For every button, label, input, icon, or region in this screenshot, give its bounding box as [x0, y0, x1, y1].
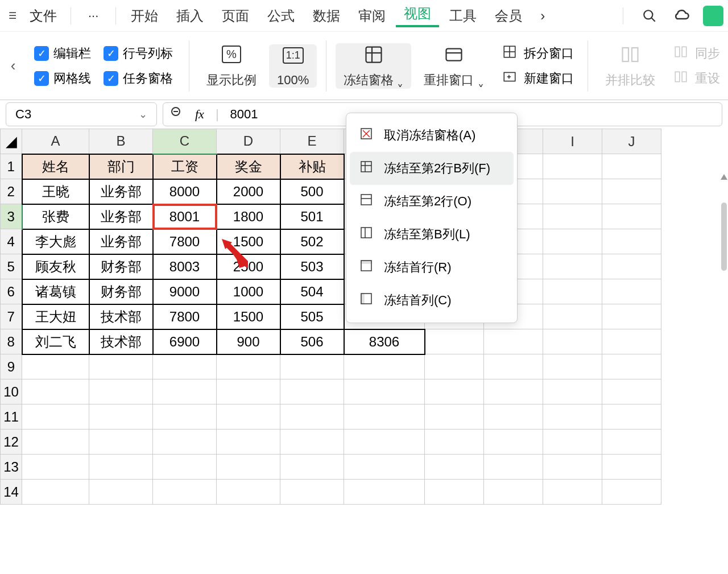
- cell[interactable]: [602, 179, 661, 204]
- cell[interactable]: 505: [280, 304, 344, 329]
- cell[interactable]: 姓名: [22, 154, 89, 179]
- cell[interactable]: [543, 455, 602, 480]
- cell[interactable]: [484, 455, 543, 480]
- cell[interactable]: 王大妞: [22, 304, 89, 329]
- cell[interactable]: 503: [280, 254, 344, 279]
- col-header[interactable]: B: [89, 129, 153, 154]
- cell[interactable]: [280, 379, 344, 404]
- cell[interactable]: 1800: [217, 204, 280, 229]
- cell[interactable]: [22, 354, 89, 379]
- tab-start[interactable]: 开始: [123, 7, 166, 25]
- cell[interactable]: 900: [217, 329, 280, 354]
- cell[interactable]: [217, 354, 280, 379]
- cell[interactable]: [484, 404, 543, 430]
- cell[interactable]: [484, 354, 543, 379]
- cell[interactable]: 501: [280, 204, 344, 229]
- cell[interactable]: 财务部: [89, 279, 153, 304]
- cell[interactable]: 工资: [153, 154, 217, 179]
- tab-member[interactable]: 会员: [487, 7, 530, 25]
- scroll-up-icon[interactable]: [721, 174, 727, 180]
- cell[interactable]: [217, 455, 280, 480]
- cell[interactable]: [543, 154, 602, 179]
- cell[interactable]: 顾友秋: [22, 254, 89, 279]
- cell[interactable]: [22, 480, 89, 505]
- row-header[interactable]: 10: [1, 379, 22, 404]
- cell[interactable]: [344, 379, 425, 404]
- cell[interactable]: [543, 329, 602, 354]
- cell[interactable]: [344, 455, 425, 480]
- cell[interactable]: [153, 480, 217, 505]
- new-window-button[interactable]: 新建窗口: [501, 69, 574, 88]
- cell[interactable]: 500: [280, 179, 344, 204]
- cell[interactable]: [344, 430, 425, 455]
- cell[interactable]: [280, 430, 344, 455]
- col-header[interactable]: D: [217, 129, 280, 154]
- cell[interactable]: [543, 204, 602, 229]
- row-header[interactable]: 12: [1, 430, 22, 455]
- cell[interactable]: 6900: [153, 329, 217, 354]
- menu-freeze-first-row[interactable]: 冻结首行(R): [350, 251, 514, 284]
- check-gridlines[interactable]: ✓网格线: [34, 70, 91, 87]
- cell[interactable]: 8003: [153, 254, 217, 279]
- rearrange-window-button[interactable]: 重排窗口 ˬ: [416, 43, 491, 89]
- cell[interactable]: 补贴: [280, 154, 344, 179]
- tab-tools[interactable]: 工具: [441, 7, 485, 25]
- col-header[interactable]: A: [22, 129, 89, 154]
- cell[interactable]: [425, 455, 484, 480]
- hamburger-icon[interactable]: ☰: [5, 8, 20, 24]
- cell[interactable]: 9000: [153, 279, 217, 304]
- cell[interactable]: [602, 455, 661, 480]
- scroll-thumb[interactable]: [721, 203, 727, 271]
- cell[interactable]: [602, 254, 661, 279]
- fx-icon[interactable]: fx: [195, 107, 204, 122]
- selected-cell[interactable]: 8001: [153, 204, 217, 229]
- cell[interactable]: [89, 379, 153, 404]
- freeze-panes-button[interactable]: 冻结窗格 ˬ: [336, 43, 411, 89]
- more-menu[interactable]: ···: [78, 9, 109, 23]
- cell[interactable]: 7800: [153, 304, 217, 329]
- cell[interactable]: [543, 430, 602, 455]
- menu-freeze-to-col[interactable]: 冻结至第B列(L): [350, 218, 514, 251]
- cell[interactable]: [543, 480, 602, 505]
- cell[interactable]: [280, 404, 344, 430]
- cell[interactable]: 业务部: [89, 204, 153, 229]
- cell[interactable]: [602, 480, 661, 505]
- cell[interactable]: [22, 430, 89, 455]
- row-header[interactable]: 2: [1, 179, 22, 204]
- app-icon[interactable]: [703, 6, 723, 26]
- row-header[interactable]: 13: [1, 455, 22, 480]
- cell[interactable]: 技术部: [89, 329, 153, 354]
- row-header[interactable]: 5: [1, 254, 22, 279]
- cell[interactable]: 1000: [217, 279, 280, 304]
- cell[interactable]: [602, 154, 661, 179]
- cell[interactable]: [344, 404, 425, 430]
- cell[interactable]: [153, 430, 217, 455]
- cell[interactable]: [425, 329, 484, 354]
- cell[interactable]: [543, 379, 602, 404]
- cell[interactable]: [484, 329, 543, 354]
- col-header[interactable]: C: [153, 129, 217, 154]
- check-editbar[interactable]: ✓编辑栏: [34, 45, 91, 62]
- cell[interactable]: [602, 430, 661, 455]
- search-icon[interactable]: [639, 6, 660, 26]
- row-header[interactable]: 6: [1, 279, 22, 304]
- cell[interactable]: [484, 379, 543, 404]
- row-header[interactable]: 4: [1, 229, 22, 254]
- cell[interactable]: 504: [280, 279, 344, 304]
- row-header[interactable]: 3: [1, 204, 22, 229]
- cell[interactable]: [153, 379, 217, 404]
- cell[interactable]: 部门: [89, 154, 153, 179]
- cell[interactable]: [89, 455, 153, 480]
- tab-review[interactable]: 审阅: [350, 7, 394, 25]
- cell[interactable]: [89, 430, 153, 455]
- cell[interactable]: 技术部: [89, 304, 153, 329]
- menu-unfreeze[interactable]: 取消冻结窗格(A): [350, 119, 514, 152]
- side-by-side-button[interactable]: 并排比较: [597, 43, 663, 89]
- tab-formula[interactable]: 公式: [259, 7, 303, 25]
- cell[interactable]: 2000: [217, 179, 280, 204]
- cell[interactable]: [153, 354, 217, 379]
- cell[interactable]: [280, 455, 344, 480]
- cell[interactable]: [602, 329, 661, 354]
- cell[interactable]: [484, 480, 543, 505]
- select-all-corner[interactable]: ◢: [1, 129, 22, 154]
